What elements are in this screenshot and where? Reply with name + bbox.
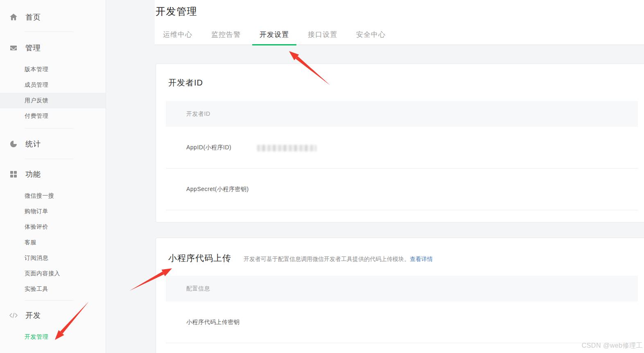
table-body: 小程序代码上传密钥	[166, 301, 638, 343]
sidebar-item-shopping-orders[interactable]: 购物订单	[0, 204, 106, 219]
sidebar-item-features[interactable]: 功能	[0, 165, 106, 183]
sidebar-item-label: 管理	[25, 43, 41, 53]
pie-chart-icon	[9, 139, 18, 148]
sidebar-item-label: 首页	[25, 12, 41, 22]
table-row-appsecret: AppSecret(小程序密钥)	[166, 169, 638, 210]
table-header-label: 开发者ID	[186, 110, 210, 118]
table-row-appid: AppID(小程序ID)	[166, 127, 638, 169]
table-header-row: 开发者ID	[166, 101, 638, 127]
sidebar: 首页 管理 版本管理 成员管理 用户反馈 付费管理 统计	[0, 0, 106, 353]
sidebar-item-user-feedback[interactable]: 用户反馈	[0, 93, 106, 108]
sidebar-sublist-features: 微信搜一搜 购物订单 体验评价 客服 订阅消息 页面内容接入 实验工具	[0, 188, 106, 297]
table-header-label: 配置信息	[186, 285, 210, 292]
sidebar-item-experience-review[interactable]: 体验评价	[0, 219, 106, 235]
appsecret-label: AppSecret(小程序密钥)	[186, 186, 257, 193]
sidebar-item-wechat-search[interactable]: 微信搜一搜	[0, 188, 106, 204]
sidebar-item-label: 功能	[25, 169, 41, 179]
sidebar-item-member-management[interactable]: 成员管理	[0, 77, 106, 93]
sidebar-divider	[25, 300, 73, 301]
table-header-row: 配置信息	[166, 276, 638, 301]
sidebar-item-manage[interactable]: 管理	[0, 39, 106, 57]
sidebar-divider	[25, 128, 73, 128]
sidebar-item-statistics[interactable]: 统计	[0, 135, 106, 153]
sidebar-item-label: 统计	[25, 139, 41, 149]
watermark: CSDN @web修理工	[582, 342, 643, 350]
section-title-code-upload: 小程序代码上传	[168, 252, 231, 264]
appid-masked-value	[257, 145, 316, 151]
sidebar-item-home[interactable]: 首页	[0, 8, 106, 26]
sidebar-item-subscribe-message[interactable]: 订阅消息	[0, 250, 106, 266]
upload-key-label: 小程序代码上传密钥	[186, 319, 240, 326]
tab-dev-settings[interactable]: 开发设置	[252, 30, 296, 45]
sidebar-sublist-manage: 版本管理 成员管理 用户反馈 付费管理	[0, 62, 106, 124]
developer-id-card: 开发者ID 开发者ID AppID(小程序ID) AppSecret(小程序密钥…	[156, 63, 644, 223]
code-upload-card: 小程序代码上传 开发者可基于配置信息调用微信开发者工具提供的代码上传模块。 查看…	[156, 238, 644, 353]
tab-security-center[interactable]: 安全中心	[349, 30, 393, 45]
sidebar-item-develop[interactable]: 开发	[0, 306, 106, 324]
table-body: AppID(小程序ID) AppSecret(小程序密钥)	[166, 127, 638, 210]
sidebar-item-dev-management[interactable]: 开发管理	[0, 329, 106, 345]
tab-ops-center[interactable]: 运维中心	[156, 30, 200, 45]
main-content: 开发管理 运维中心 监控告警 开发设置 接口设置 安全中心 开发者ID 开发者I…	[106, 0, 644, 353]
page-title: 开发管理	[155, 0, 644, 18]
code-upload-header: 小程序代码上传 开发者可基于配置信息调用微信开发者工具提供的代码上传模块。 查看…	[168, 252, 635, 265]
section-title-developer-id: 开发者ID	[168, 77, 635, 88]
sidebar-item-label: 开发	[25, 310, 41, 320]
tray-icon	[9, 43, 18, 52]
sidebar-item-page-content-access[interactable]: 页面内容接入	[0, 266, 106, 281]
page-header: 开发管理 运维中心 监控告警 开发设置 接口设置 安全中心	[155, 0, 644, 45]
sidebar-divider	[25, 31, 73, 32]
view-details-link[interactable]: 查看详情	[410, 253, 433, 265]
sidebar-divider	[25, 159, 73, 159]
code-icon	[9, 311, 18, 320]
tab-monitor-alert[interactable]: 监控告警	[204, 30, 248, 45]
appid-label: AppID(小程序ID)	[186, 144, 257, 151]
sidebar-item-version-management[interactable]: 版本管理	[0, 62, 106, 77]
sidebar-item-customer-service[interactable]: 客服	[0, 235, 106, 250]
tab-bar: 运维中心 监控告警 开发设置 接口设置 安全中心	[156, 30, 393, 45]
sidebar-item-payment-management[interactable]: 付费管理	[0, 108, 106, 124]
code-upload-description: 开发者可基于配置信息调用微信开发者工具提供的代码上传模块。	[244, 253, 410, 265]
tab-api-settings[interactable]: 接口设置	[301, 30, 345, 45]
sidebar-item-experiment-tools[interactable]: 实验工具	[0, 281, 106, 297]
grid-icon	[9, 170, 18, 179]
table-row-upload-key: 小程序代码上传密钥	[166, 301, 638, 343]
home-icon	[9, 13, 18, 22]
sidebar-sublist-develop: 开发管理	[0, 329, 106, 345]
